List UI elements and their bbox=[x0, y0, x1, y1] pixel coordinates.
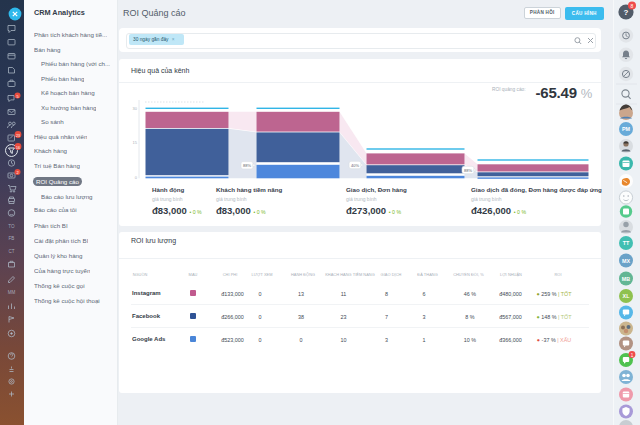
svg-text:0: 0 bbox=[135, 175, 138, 180]
svg-text:FB: FB bbox=[9, 236, 15, 241]
svg-text:16: 16 bbox=[16, 146, 20, 150]
svg-text:23: 23 bbox=[16, 134, 20, 138]
svg-text:PM: PM bbox=[622, 126, 631, 132]
svg-text:30: 30 bbox=[133, 106, 138, 111]
svg-text:15: 15 bbox=[133, 140, 138, 145]
svg-text:?: ? bbox=[624, 8, 629, 17]
svg-text:TT: TT bbox=[623, 240, 630, 246]
svg-text:MM: MM bbox=[8, 290, 16, 295]
svg-text:8: 8 bbox=[631, 3, 634, 9]
svg-text:40%: 40% bbox=[351, 163, 359, 168]
svg-text:TO: TO bbox=[8, 224, 15, 229]
svg-text:1: 1 bbox=[631, 353, 634, 358]
svg-text:MB: MB bbox=[622, 276, 630, 282]
svg-text:88%: 88% bbox=[464, 168, 472, 173]
svg-text:XL: XL bbox=[623, 293, 631, 299]
svg-text:CT: CT bbox=[8, 249, 14, 254]
svg-text:88%: 88% bbox=[243, 163, 251, 168]
svg-text:MX: MX bbox=[622, 258, 630, 264]
